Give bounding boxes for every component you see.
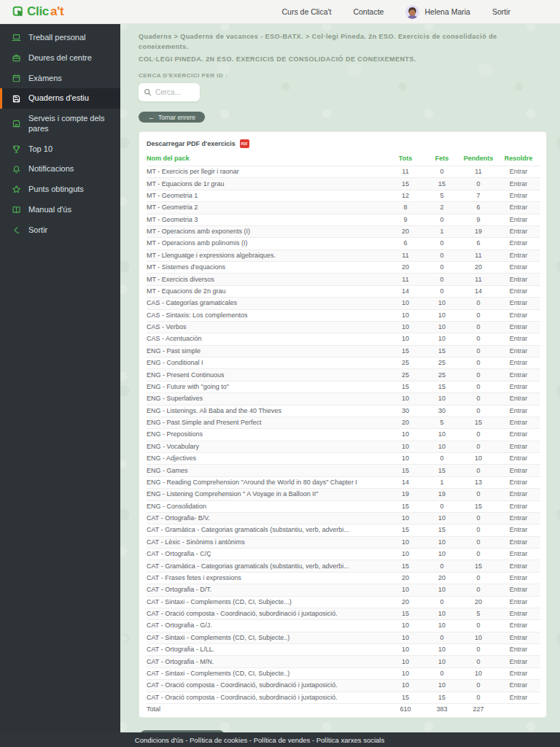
- entrar-link[interactable]: Entrar: [497, 357, 540, 369]
- entrar-link[interactable]: Entrar: [497, 262, 540, 274]
- pendents-value: 5: [460, 608, 497, 619]
- entrar-link[interactable]: Entrar: [497, 476, 540, 488]
- footer-links[interactable]: Condicions d'ús - Política de cookies - …: [135, 736, 384, 744]
- pendents-value: 15: [460, 417, 497, 428]
- table-row: CAT - Ortografia - C/Ç10100Entrar: [147, 549, 540, 560]
- nav-link-curs[interactable]: Curs de Clica't: [281, 7, 331, 16]
- sidebar-item-treball-personal[interactable]: Treball personal: [0, 28, 120, 48]
- sidebar-item-notificacions[interactable]: Notificacions: [0, 159, 120, 179]
- table-row: CAT - Sintaxi - Complements (CD, CI, Sub…: [147, 632, 540, 643]
- entrar-link[interactable]: Entrar: [497, 560, 540, 572]
- entrar-link[interactable]: Entrar: [497, 190, 540, 201]
- table-row: CAS - Verbos10100Entrar: [147, 321, 540, 333]
- entrar-link[interactable]: Entrar: [497, 549, 540, 560]
- fets-value: 15: [424, 345, 460, 357]
- entrar-link[interactable]: Entrar: [497, 429, 540, 441]
- table-row: ENG - Adjectives10010Entrar: [147, 453, 540, 465]
- pendents-value: 0: [460, 620, 497, 632]
- tornar-enrere-button[interactable]: ← Tornar enrere: [139, 112, 205, 123]
- logo-text-green: Clic: [27, 4, 49, 19]
- footer[interactable]: Condicions d'ús - Política de cookies - …: [0, 732, 560, 747]
- fets-value: 10: [424, 584, 460, 596]
- entrar-link[interactable]: Entrar: [497, 393, 540, 405]
- sidebar-item-manual-dus[interactable]: Manual d'ús: [0, 200, 120, 220]
- calendar-icon: [12, 74, 21, 83]
- table-row: MT - Geometria 2826Entrar: [147, 202, 540, 214]
- pendents-value: 11: [460, 166, 497, 178]
- table-row: ENG - Vocabulary10100Entrar: [147, 441, 540, 452]
- sidebar-item-punts-obtinguts[interactable]: Punts obtinguts: [0, 179, 120, 200]
- pendents-value: 0: [460, 525, 497, 536]
- exit-icon: [12, 225, 21, 235]
- entrar-link[interactable]: Entrar: [497, 249, 540, 261]
- tornar-enrere-label: Tornar enrere: [158, 114, 195, 121]
- entrar-link[interactable]: Entrar: [497, 525, 540, 536]
- logo[interactable]: Clica't: [12, 4, 63, 19]
- nav-link-contacte[interactable]: Contacte: [353, 7, 384, 16]
- entrar-link[interactable]: Entrar: [497, 620, 540, 632]
- search-input[interactable]: [155, 88, 195, 96]
- entrar-link[interactable]: Entrar: [497, 608, 540, 619]
- sidebar-item-sortir[interactable]: Sortir: [0, 220, 120, 241]
- pack-name: CAT - Frases fetes i expressions: [147, 572, 387, 584]
- entrar-link[interactable]: Entrar: [497, 381, 540, 392]
- sidebar-item-quaderns-destiu[interactable]: Quaderns d'estiu: [0, 88, 120, 109]
- tots-value: 20: [387, 572, 424, 584]
- entrar-link[interactable]: Entrar: [497, 667, 540, 679]
- entrar-link[interactable]: Entrar: [497, 405, 540, 417]
- entrar-link[interactable]: Entrar: [497, 214, 540, 225]
- entrar-link[interactable]: Entrar: [497, 345, 540, 357]
- pendents-value: 0: [460, 369, 497, 381]
- entrar-link[interactable]: Entrar: [497, 512, 540, 524]
- entrar-link[interactable]: Entrar: [497, 225, 540, 237]
- entrar-link[interactable]: Entrar: [497, 202, 540, 214]
- bell-icon: [12, 165, 21, 174]
- nav-link-sortir[interactable]: Sortir: [492, 7, 510, 16]
- pack-name: MT - Geometria 2: [147, 202, 387, 214]
- entrar-link[interactable]: Entrar: [497, 584, 540, 596]
- pendents-value: 0: [460, 441, 497, 452]
- entrar-link[interactable]: Entrar: [497, 285, 540, 297]
- entrar-link[interactable]: Entrar: [497, 500, 540, 512]
- sidebar-item-examens[interactable]: Exàmens: [0, 69, 120, 89]
- pdf-icon[interactable]: PDF: [240, 139, 249, 148]
- table-row: ENG - Listenings. Ali Baba and the 40 Th…: [147, 405, 540, 417]
- pack-name: CAT - Ortografia - D/T.: [147, 584, 387, 596]
- entrar-link[interactable]: Entrar: [497, 417, 540, 428]
- entrar-link[interactable]: Entrar: [497, 453, 540, 465]
- entrar-link[interactable]: Entrar: [497, 536, 540, 548]
- entrar-link[interactable]: Entrar: [497, 274, 540, 285]
- entrar-link[interactable]: Entrar: [497, 441, 540, 452]
- entrar-link[interactable]: Entrar: [497, 465, 540, 476]
- entrar-link[interactable]: Entrar: [497, 333, 540, 345]
- entrar-link[interactable]: Entrar: [497, 369, 540, 381]
- sidebar-item-serveis-i-compte-dels-pares[interactable]: Serveis i compte dels pares: [0, 109, 120, 139]
- download-pdf-row[interactable]: Descarregar PDF d'exercicis PDF: [147, 137, 539, 153]
- column-header-nom-del-pack: Nom del pack: [147, 153, 387, 166]
- entrar-link[interactable]: Entrar: [497, 298, 540, 309]
- breadcrumb[interactable]: Quaderns > Quaderns de vacances - ESO-BA…: [139, 32, 545, 52]
- entrar-link[interactable]: Entrar: [497, 644, 540, 656]
- user-menu[interactable]: Helena Maria: [405, 5, 470, 19]
- tots-value: 12: [387, 190, 424, 201]
- pack-name: CAT - Gramàtica - Categorias gramaticals…: [147, 525, 387, 536]
- entrar-link[interactable]: Entrar: [497, 572, 540, 584]
- total-pendents: 227: [460, 703, 497, 715]
- tots-value: 10: [387, 298, 424, 309]
- entrar-link[interactable]: Entrar: [497, 166, 540, 178]
- entrar-link[interactable]: Entrar: [497, 178, 540, 190]
- entrar-link[interactable]: Entrar: [497, 692, 540, 703]
- entrar-link[interactable]: Entrar: [497, 489, 540, 500]
- entrar-link[interactable]: Entrar: [497, 632, 540, 643]
- pendents-value: 0: [460, 405, 497, 417]
- entrar-link[interactable]: Entrar: [497, 656, 540, 667]
- entrar-link[interactable]: Entrar: [497, 680, 540, 692]
- entrar-link[interactable]: Entrar: [497, 309, 540, 321]
- entrar-link[interactable]: Entrar: [497, 321, 540, 333]
- fets-value: 0: [424, 274, 460, 285]
- sidebar-item-deures-del-centre[interactable]: Deures del centre: [0, 48, 120, 69]
- entrar-link[interactable]: Entrar: [497, 238, 540, 249]
- entrar-link[interactable]: Entrar: [497, 596, 540, 608]
- sidebar-item-top-10[interactable]: Top 10: [0, 139, 120, 160]
- table-row: MT - Llenguatge i expressions algebraiqu…: [147, 249, 540, 261]
